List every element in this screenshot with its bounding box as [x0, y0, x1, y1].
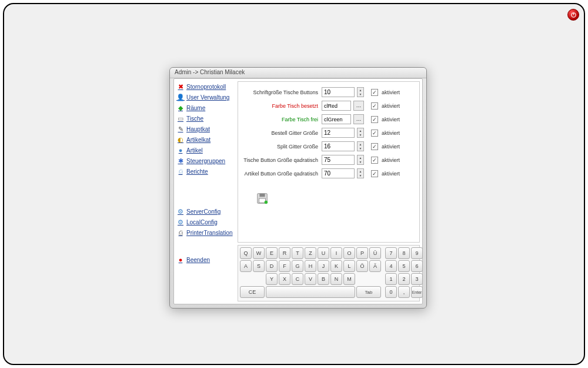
key-x[interactable]: X	[279, 273, 290, 285]
key-f[interactable]: F	[279, 260, 290, 272]
checkbox-6[interactable]: ✓	[371, 170, 378, 177]
num-input-4[interactable]	[322, 141, 355, 151]
spin-up-icon[interactable]: ▲	[358, 169, 363, 174]
nav-stornoprotokoll[interactable]: ✖Stornoprotokoll	[176, 81, 235, 92]
nav-berichte[interactable]: ⎙Berichte	[176, 166, 235, 177]
nav-beenden[interactable]: ●Beenden	[176, 254, 235, 265]
spin-down-icon[interactable]: ▼	[358, 174, 363, 178]
key-4[interactable]: 4	[385, 260, 397, 272]
spinner-4[interactable]: ▲▼	[357, 141, 364, 151]
svg-point-5	[265, 201, 268, 204]
key-ä[interactable]: Ä	[369, 260, 381, 272]
form-row-1: Farbe Tisch besetzt…✓aktiviert	[238, 99, 419, 112]
color-input-1[interactable]	[322, 101, 351, 111]
key-7[interactable]: 7	[385, 247, 397, 259]
spinner-3[interactable]: ▲▼	[357, 128, 364, 138]
checkbox-5[interactable]: ✓	[371, 157, 378, 164]
settings-panel: Schriftgröße Tische Buttons▲▼✓aktiviertF…	[238, 81, 420, 243]
nav-serverconfig[interactable]: ⚙ServerConfig	[176, 206, 235, 217]
key-9[interactable]: 9	[411, 247, 423, 259]
key-c[interactable]: C	[292, 273, 303, 285]
key-ö[interactable]: Ö	[356, 260, 368, 272]
checkbox-4[interactable]: ✓	[371, 143, 378, 150]
key-ce[interactable]: CE	[240, 286, 265, 298]
key-n[interactable]: N	[330, 273, 342, 285]
checkbox-0[interactable]: ✓	[371, 89, 378, 96]
nav-user-verwaltung[interactable]: 👤User Verwaltung	[176, 92, 235, 102]
window-titlebar[interactable]: Admin -> Christian Milacek	[170, 68, 426, 78]
key-l[interactable]: L	[343, 260, 355, 272]
num-input-0[interactable]	[322, 87, 355, 97]
key-q[interactable]: Q	[240, 247, 252, 259]
key-ü[interactable]: Ü	[369, 247, 381, 259]
key-o[interactable]: O	[343, 247, 355, 259]
nav-beenden-label: Beenden	[186, 257, 210, 263]
color-picker-button-1[interactable]: …	[353, 101, 364, 111]
key-h[interactable]: H	[305, 260, 316, 272]
num-input-6[interactable]	[322, 168, 355, 178]
key-k[interactable]: K	[330, 260, 342, 272]
key-d[interactable]: D	[266, 260, 278, 272]
key-space[interactable]	[266, 286, 355, 298]
key-5[interactable]: 5	[398, 260, 410, 272]
nav-tische[interactable]: ▭Tische	[176, 113, 235, 124]
nav-steuergruppen[interactable]: ✱Steuergruppen	[176, 155, 235, 166]
key-m[interactable]: M	[343, 273, 355, 285]
color-picker-button-2[interactable]: …	[353, 114, 364, 124]
key-u[interactable]: U	[318, 247, 329, 259]
key-y[interactable]: Y	[266, 273, 278, 285]
key-s[interactable]: S	[253, 260, 265, 272]
spin-up-icon[interactable]: ▲	[358, 142, 363, 147]
key-g[interactable]: G	[292, 260, 303, 272]
form-label-6: Artikel Button Größe qadratisch	[238, 171, 319, 177]
nav-raeume[interactable]: ◆Räume	[176, 102, 235, 113]
num-input-5[interactable]	[322, 155, 355, 165]
num-input-3[interactable]	[322, 128, 355, 138]
key-p[interactable]: P	[356, 247, 368, 259]
spinner-5[interactable]: ▲▼	[357, 155, 364, 165]
key-e[interactable]: E	[266, 247, 278, 259]
key-z[interactable]: Z	[305, 247, 316, 259]
checkbox-2[interactable]: ✓	[371, 116, 378, 123]
checkbox-3[interactable]: ✓	[371, 130, 378, 137]
key-0[interactable]: 0	[385, 286, 397, 298]
keyboard-alpha: QWERTZUIOPÜ ASDFGHJKLÖÄ YXCVBNM CETab	[240, 247, 381, 299]
nav-printertranslation[interactable]: ⎙PrinterTranslation	[176, 227, 235, 238]
spin-down-icon[interactable]: ▼	[358, 147, 363, 151]
nav-artikelkat[interactable]: ◐Artikelkat	[176, 134, 235, 145]
spin-down-icon[interactable]: ▼	[358, 133, 363, 138]
key-w[interactable]: W	[253, 247, 265, 259]
key-enter[interactable]: Enter	[411, 286, 423, 298]
key-a[interactable]: A	[240, 260, 252, 272]
nav-hauptkat[interactable]: ✎Hauptkat	[176, 124, 235, 134]
key-6[interactable]: 6	[411, 260, 423, 272]
nav-artikel[interactable]: ●Artikel	[176, 145, 235, 155]
key-3[interactable]: 3	[411, 273, 423, 285]
key-2[interactable]: 2	[398, 273, 410, 285]
key-8[interactable]: 8	[398, 247, 410, 259]
key-i[interactable]: I	[330, 247, 342, 259]
spin-down-icon[interactable]: ▼	[358, 160, 363, 165]
spin-down-icon[interactable]: ▼	[358, 92, 363, 97]
spin-up-icon[interactable]: ▲	[358, 88, 363, 92]
checkbox-1[interactable]: ✓	[371, 102, 378, 110]
key-v[interactable]: V	[305, 273, 316, 285]
key-j[interactable]: J	[318, 260, 329, 272]
spinner-0[interactable]: ▲▼	[357, 87, 364, 97]
key-,[interactable]: ,	[398, 286, 410, 298]
spin-up-icon[interactable]: ▲	[358, 155, 363, 160]
color-input-2[interactable]	[322, 114, 351, 124]
key-t[interactable]: T	[292, 247, 303, 259]
spin-up-icon[interactable]: ▲	[358, 128, 363, 133]
sidebar: ✖Stornoprotokoll👤User Verwaltung◆Räume▭T…	[176, 81, 235, 301]
nav-localconfig[interactable]: ⚙LocalConfig	[176, 217, 235, 227]
window-title: Admin -> Christian Milacek	[175, 69, 245, 75]
save-button[interactable]	[256, 192, 269, 205]
key-b[interactable]: B	[318, 273, 329, 285]
power-button[interactable]	[567, 9, 579, 21]
key-r[interactable]: R	[279, 247, 290, 259]
key-tab[interactable]: Tab	[356, 286, 381, 298]
spinner-6[interactable]: ▲▼	[357, 168, 364, 178]
checkbox-label-5: aktiviert	[382, 157, 400, 163]
key-1[interactable]: 1	[385, 273, 397, 285]
